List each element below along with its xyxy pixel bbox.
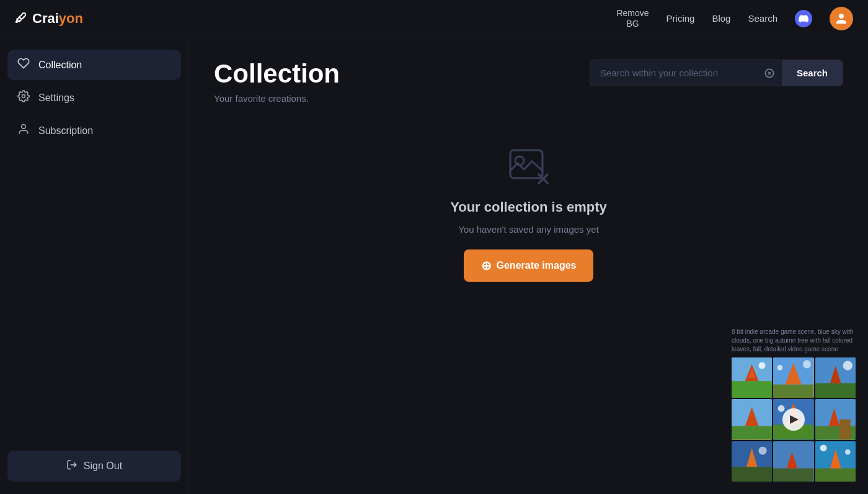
sign-out-button[interactable]: Sign Out (7, 451, 181, 482)
svg-point-45 (820, 444, 826, 451)
layout: Collection Settings Subs (0, 37, 868, 494)
empty-collection-icon (504, 141, 554, 191)
collection-label: Collection (38, 60, 82, 71)
user-avatar[interactable] (830, 7, 853, 30)
video-cell-7 (732, 441, 772, 482)
svg-point-0 (22, 95, 25, 98)
sidebar-item-settings[interactable]: Settings (7, 83, 181, 113)
person-icon (17, 123, 30, 138)
page-title-section: Collection Your favorite creations. (214, 60, 340, 104)
svg-rect-25 (732, 426, 772, 440)
svg-rect-34 (839, 420, 850, 440)
sidebar: Collection Settings Subs (0, 37, 189, 494)
collection-search-button[interactable]: Search (782, 60, 843, 86)
video-cell-1 (732, 357, 772, 398)
search-input-wrapper (590, 60, 782, 86)
page-title: Collection (214, 60, 340, 88)
svg-rect-36 (732, 467, 772, 482)
empty-subtitle: You haven't saved any images yet (458, 224, 599, 235)
clear-icon[interactable] (764, 68, 774, 78)
video-cell-2 (773, 357, 813, 398)
discord-icon[interactable] (795, 10, 812, 27)
video-grid (732, 357, 856, 482)
settings-label: Settings (38, 92, 74, 104)
svg-point-18 (777, 365, 783, 370)
svg-rect-21 (815, 383, 856, 398)
page-header: Collection Your favorite creations. Sear… (214, 60, 843, 104)
svg-point-30 (778, 405, 785, 412)
svg-point-23 (843, 361, 852, 370)
empty-state: Your collection is empty You haven't sav… (214, 141, 843, 282)
sign-out-icon (66, 459, 78, 473)
header: 🖊 Craiyon RemoveBG Pricing Blog Search (0, 0, 868, 37)
generate-icon: ⊕ (481, 258, 492, 273)
sidebar-item-collection[interactable]: Collection (7, 50, 181, 80)
generate-label: Generate images (497, 260, 577, 271)
logo[interactable]: 🖊 Craiyon (15, 11, 83, 27)
logo-yon: yon (59, 11, 83, 26)
subscription-label: Subscription (38, 125, 93, 137)
svg-rect-40 (773, 468, 813, 482)
heart-icon (17, 57, 30, 73)
logo-crai: Crai (32, 11, 59, 26)
search-bar: Search (590, 60, 843, 86)
nav-pricing[interactable]: Pricing (666, 13, 695, 24)
sign-out-label: Sign Out (84, 460, 122, 472)
sidebar-nav: Collection Settings Subs (7, 50, 181, 146)
svg-rect-43 (815, 468, 856, 482)
header-nav: RemoveBG Pricing Blog Search (616, 7, 853, 30)
nav-blog[interactable]: Blog (712, 13, 730, 24)
video-thumbnail[interactable]: 8 bit indie arcade game scene, blue sky … (732, 328, 856, 482)
svg-point-1 (22, 125, 26, 129)
svg-rect-11 (732, 381, 772, 398)
svg-point-19 (803, 360, 811, 368)
svg-rect-6 (510, 150, 542, 178)
video-cell-4 (732, 399, 772, 439)
video-cell-8 (773, 441, 813, 482)
generate-images-button[interactable]: ⊕ Generate images (464, 249, 594, 282)
video-cell-9 (815, 441, 856, 482)
svg-rect-16 (773, 385, 813, 398)
play-button[interactable] (782, 408, 805, 431)
sidebar-item-subscription[interactable]: Subscription (7, 115, 181, 146)
video-cell-6 (815, 399, 856, 439)
video-cell-3 (815, 357, 856, 398)
empty-title: Your collection is empty (450, 199, 607, 215)
page-subtitle: Your favorite creations. (214, 93, 340, 104)
logo-icon: 🖊 (15, 11, 27, 25)
collection-search-input[interactable] (590, 60, 782, 86)
svg-point-14 (759, 362, 766, 369)
svg-point-46 (845, 449, 851, 455)
svg-point-38 (759, 446, 767, 454)
main-content: Collection Your favorite creations. Sear… (189, 37, 868, 494)
video-caption: 8 bit indie arcade game scene, blue sky … (732, 328, 856, 354)
nav-search[interactable]: Search (748, 13, 777, 24)
video-cell-5 (773, 399, 813, 439)
nav-remove-bg[interactable]: RemoveBG (616, 8, 649, 29)
gear-icon (17, 90, 30, 106)
